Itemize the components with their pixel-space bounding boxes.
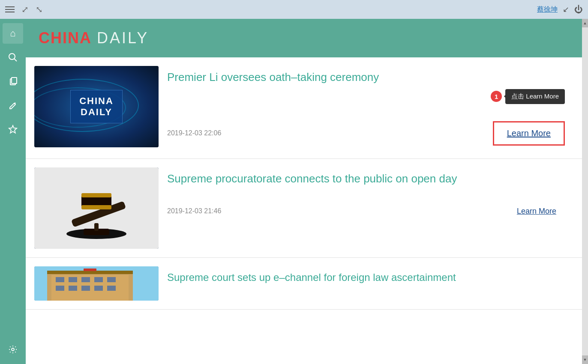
svg-point-6 bbox=[12, 348, 14, 351]
sidebar-item-home[interactable]: ⌂ bbox=[3, 23, 23, 44]
news-title-3[interactable]: Supreme court sets up e–channel for fore… bbox=[167, 271, 565, 284]
news-title-2[interactable]: Supreme procuratorate connects to the pu… bbox=[167, 172, 565, 186]
news-item-3: Supreme court sets up e–channel for fore… bbox=[26, 258, 582, 310]
news-content-1: Premier Li oversees oath–taking ceremony… bbox=[159, 66, 573, 150]
power-icon[interactable]: ⏻ bbox=[574, 5, 583, 15]
svg-rect-25 bbox=[94, 286, 103, 291]
svg-rect-24 bbox=[81, 286, 90, 291]
svg-rect-10 bbox=[81, 205, 111, 209]
username[interactable]: 蔡徐坤 bbox=[537, 5, 558, 14]
header-daily: DAILY bbox=[97, 29, 149, 47]
svg-rect-13 bbox=[94, 223, 99, 231]
sidebar-item-edit[interactable] bbox=[3, 95, 23, 116]
svg-marker-5 bbox=[9, 125, 17, 133]
news-meta-1: 2019-12-03 22:06 Learn More bbox=[167, 108, 565, 146]
top-bar: ⤢ ⤡ 蔡徐坤 ↙ ⏻ bbox=[0, 0, 588, 19]
svg-rect-23 bbox=[69, 286, 77, 291]
news-content-2: Supreme procuratorate connects to the pu… bbox=[159, 167, 573, 224]
top-bar-right: 蔡徐坤 ↙ ⏻ bbox=[537, 5, 583, 15]
shrink-icon[interactable]: ⤡ bbox=[36, 4, 43, 15]
hamburger-icon[interactable] bbox=[5, 6, 15, 12]
tooltip-popup: 点击 Learn More bbox=[505, 89, 565, 104]
learn-more-button-1[interactable]: Learn More bbox=[493, 121, 565, 146]
svg-rect-19 bbox=[81, 277, 90, 282]
tooltip-container: 1 点击 Learn More bbox=[491, 89, 565, 104]
scrollbar[interactable]: ▲ ▼ bbox=[582, 19, 588, 364]
sidebar-item-settings[interactable] bbox=[3, 339, 23, 360]
svg-rect-21 bbox=[107, 277, 116, 282]
news-thumbnail-1: CHINA DAILY bbox=[34, 66, 159, 147]
sidebar-item-copy[interactable] bbox=[3, 71, 23, 92]
header-china: CHINA bbox=[39, 29, 92, 47]
news-list: CHINA DAILY Premier Li oversees oath–tak… bbox=[26, 57, 582, 364]
svg-point-0 bbox=[9, 54, 15, 60]
sidebar-item-star[interactable] bbox=[3, 119, 23, 140]
svg-rect-17 bbox=[56, 277, 64, 282]
svg-rect-26 bbox=[107, 286, 116, 291]
svg-rect-18 bbox=[69, 277, 77, 282]
svg-rect-3 bbox=[12, 78, 17, 84]
sidebar: ⌂ bbox=[0, 19, 26, 364]
svg-rect-27 bbox=[47, 271, 133, 274]
sidebar-item-search[interactable] bbox=[3, 47, 23, 68]
scroll-down-button[interactable]: ▼ bbox=[582, 355, 588, 364]
main-layout: ⌂ bbox=[0, 19, 588, 364]
app-header: CHINA DAILY bbox=[26, 19, 582, 57]
news-date-1: 2019-12-03 22:06 bbox=[167, 129, 221, 137]
svg-line-1 bbox=[14, 59, 17, 61]
expand-icon[interactable]: ⤢ bbox=[21, 4, 29, 15]
news-thumbnail-2 bbox=[34, 167, 159, 249]
learn-more-button-2[interactable]: Learn More bbox=[508, 203, 565, 219]
svg-rect-28 bbox=[84, 269, 96, 271]
news-thumbnail-3 bbox=[34, 266, 159, 301]
svg-rect-20 bbox=[94, 277, 103, 282]
news-date-2: 2019-12-03 21:46 bbox=[167, 207, 221, 215]
svg-rect-22 bbox=[56, 286, 64, 291]
svg-rect-9 bbox=[81, 193, 111, 197]
news-item-2: Supreme procuratorate connects to the pu… bbox=[26, 159, 582, 258]
cd-logo: CHINA DAILY bbox=[70, 90, 123, 123]
scroll-up-button[interactable]: ▲ bbox=[582, 19, 588, 27]
news-title-1[interactable]: Premier Li oversees oath–taking ceremony bbox=[167, 70, 565, 85]
news-item-1: CHINA DAILY Premier Li oversees oath–tak… bbox=[26, 57, 582, 159]
tooltip-badge: 1 bbox=[491, 91, 502, 102]
content-area: CHINA DAILY CHINA DAILY Premier Li overs… bbox=[26, 19, 582, 364]
arrow-icon: ↙ bbox=[563, 5, 569, 14]
news-meta-2: 2019-12-03 21:46 Learn More bbox=[167, 191, 565, 219]
top-bar-left: ⤢ ⤡ bbox=[5, 4, 43, 15]
news-content-3: Supreme court sets up e–channel for fore… bbox=[159, 266, 573, 292]
